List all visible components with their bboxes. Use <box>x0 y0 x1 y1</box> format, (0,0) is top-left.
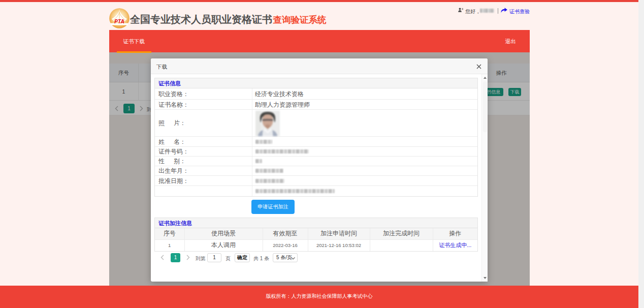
svg-text:PTA: PTA <box>114 19 124 24</box>
